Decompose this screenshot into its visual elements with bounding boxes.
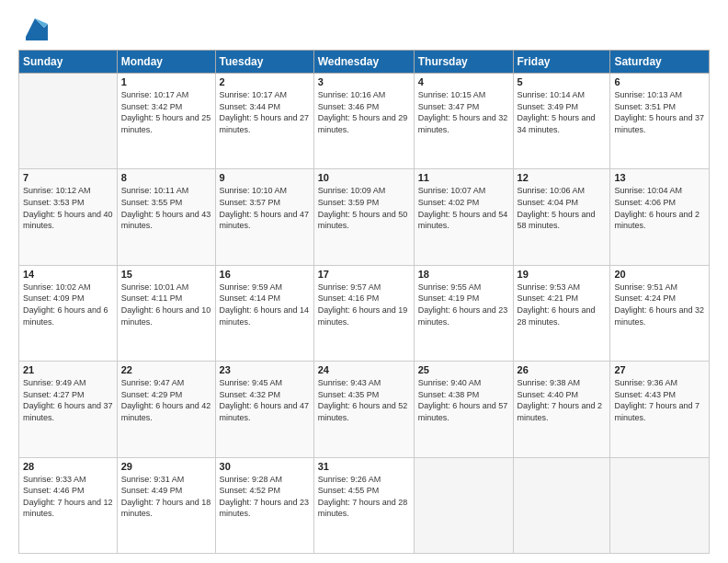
calendar-cell: 17Sunrise: 9:57 AMSunset: 4:16 PMDayligh… xyxy=(313,265,414,361)
cell-info: Sunrise: 9:28 AMSunset: 4:52 PMDaylight:… xyxy=(220,474,310,520)
calendar-cell: 28Sunrise: 9:33 AMSunset: 4:46 PMDayligh… xyxy=(19,457,118,553)
calendar-cell: 1Sunrise: 10:17 AMSunset: 3:42 PMDayligh… xyxy=(117,74,215,169)
calendar-page: SundayMondayTuesdayWednesdayThursdayFrid… xyxy=(0,0,728,563)
day-number: 22 xyxy=(121,364,211,375)
cell-info: Sunrise: 10:11 AMSunset: 3:55 PMDaylight… xyxy=(121,185,211,231)
day-number: 28 xyxy=(23,461,113,472)
cell-info: Sunrise: 10:02 AMSunset: 4:09 PMDaylight… xyxy=(23,282,113,327)
day-number: 3 xyxy=(318,76,410,87)
cell-info: Sunrise: 10:06 AMSunset: 4:04 PMDaylight… xyxy=(518,185,607,231)
day-number: 30 xyxy=(220,461,310,472)
cell-info: Sunrise: 10:16 AMSunset: 3:46 PMDaylight… xyxy=(318,89,410,135)
calendar-cell: 30Sunrise: 9:28 AMSunset: 4:52 PMDayligh… xyxy=(215,457,313,553)
calendar-cell: 20Sunrise: 9:51 AMSunset: 4:24 PMDayligh… xyxy=(610,265,710,361)
cell-info: Sunrise: 9:53 AMSunset: 4:21 PMDaylight:… xyxy=(518,282,607,327)
week-row-2: 14Sunrise: 10:02 AMSunset: 4:09 PMDaylig… xyxy=(19,265,710,361)
cell-info: Sunrise: 9:59 AMSunset: 4:14 PMDaylight:… xyxy=(220,282,310,327)
calendar-cell: 14Sunrise: 10:02 AMSunset: 4:09 PMDaylig… xyxy=(19,265,118,361)
header xyxy=(18,15,710,40)
calendar-cell: 21Sunrise: 9:49 AMSunset: 4:27 PMDayligh… xyxy=(19,362,118,457)
calendar-cell: 2Sunrise: 10:17 AMSunset: 3:44 PMDayligh… xyxy=(215,74,313,169)
logo-icon xyxy=(22,15,48,40)
cell-info: Sunrise: 9:36 AMSunset: 4:43 PMDaylight:… xyxy=(614,377,705,423)
cell-info: Sunrise: 9:38 AMSunset: 4:40 PMDaylight:… xyxy=(518,377,607,423)
cell-info: Sunrise: 9:49 AMSunset: 4:27 PMDaylight:… xyxy=(23,377,113,423)
calendar-cell: 22Sunrise: 9:47 AMSunset: 4:29 PMDayligh… xyxy=(117,362,215,457)
cell-info: Sunrise: 9:40 AMSunset: 4:38 PMDaylight:… xyxy=(418,377,509,423)
cell-info: Sunrise: 9:31 AMSunset: 4:49 PMDaylight:… xyxy=(121,474,211,520)
day-number: 27 xyxy=(614,364,705,375)
calendar-cell: 25Sunrise: 9:40 AMSunset: 4:38 PMDayligh… xyxy=(414,362,513,457)
calendar-cell: 26Sunrise: 9:38 AMSunset: 4:40 PMDayligh… xyxy=(513,362,610,457)
week-row-0: 1Sunrise: 10:17 AMSunset: 3:42 PMDayligh… xyxy=(19,74,710,169)
calendar-cell: 11Sunrise: 10:07 AMSunset: 4:02 PMDaylig… xyxy=(414,169,513,265)
day-number: 8 xyxy=(121,172,211,183)
calendar-cell: 19Sunrise: 9:53 AMSunset: 4:21 PMDayligh… xyxy=(513,265,610,361)
cell-info: Sunrise: 9:57 AMSunset: 4:16 PMDaylight:… xyxy=(318,282,410,327)
calendar-cell: 8Sunrise: 10:11 AMSunset: 3:55 PMDayligh… xyxy=(117,169,215,265)
day-header-friday: Friday xyxy=(513,51,610,74)
week-row-4: 28Sunrise: 9:33 AMSunset: 4:46 PMDayligh… xyxy=(19,457,710,553)
cell-info: Sunrise: 10:01 AMSunset: 4:11 PMDaylight… xyxy=(121,282,211,327)
svg-marker-0 xyxy=(26,18,48,40)
calendar-cell: 5Sunrise: 10:14 AMSunset: 3:49 PMDayligh… xyxy=(513,74,610,169)
day-header-saturday: Saturday xyxy=(610,51,710,74)
calendar-cell xyxy=(513,457,610,553)
day-number: 12 xyxy=(518,172,607,183)
logo xyxy=(18,15,48,40)
calendar-cell: 18Sunrise: 9:55 AMSunset: 4:19 PMDayligh… xyxy=(414,265,513,361)
cell-info: Sunrise: 9:45 AMSunset: 4:32 PMDaylight:… xyxy=(220,377,310,423)
day-number: 10 xyxy=(318,172,410,183)
calendar-cell: 13Sunrise: 10:04 AMSunset: 4:06 PMDaylig… xyxy=(610,169,710,265)
day-header-monday: Monday xyxy=(117,51,215,74)
cell-info: Sunrise: 9:43 AMSunset: 4:35 PMDaylight:… xyxy=(318,377,410,423)
cell-info: Sunrise: 10:04 AMSunset: 4:06 PMDaylight… xyxy=(614,185,705,231)
cell-info: Sunrise: 9:26 AMSunset: 4:55 PMDaylight:… xyxy=(318,474,410,520)
day-number: 24 xyxy=(318,364,410,375)
cell-info: Sunrise: 10:13 AMSunset: 3:51 PMDaylight… xyxy=(614,89,705,135)
calendar-cell xyxy=(414,457,513,553)
day-number: 23 xyxy=(220,364,310,375)
day-number: 2 xyxy=(220,76,310,87)
cell-info: Sunrise: 10:17 AMSunset: 3:42 PMDaylight… xyxy=(121,89,211,135)
calendar-header-row: SundayMondayTuesdayWednesdayThursdayFrid… xyxy=(19,51,710,74)
day-number: 11 xyxy=(418,172,509,183)
calendar-cell: 12Sunrise: 10:06 AMSunset: 4:04 PMDaylig… xyxy=(513,169,610,265)
calendar-cell: 23Sunrise: 9:45 AMSunset: 4:32 PMDayligh… xyxy=(215,362,313,457)
day-number: 25 xyxy=(418,364,509,375)
day-header-wednesday: Wednesday xyxy=(313,51,414,74)
week-row-1: 7Sunrise: 10:12 AMSunset: 3:53 PMDayligh… xyxy=(19,169,710,265)
calendar-cell: 4Sunrise: 10:15 AMSunset: 3:47 PMDayligh… xyxy=(414,74,513,169)
calendar-cell: 31Sunrise: 9:26 AMSunset: 4:55 PMDayligh… xyxy=(313,457,414,553)
day-number: 15 xyxy=(121,269,211,280)
week-row-3: 21Sunrise: 9:49 AMSunset: 4:27 PMDayligh… xyxy=(19,362,710,457)
day-header-sunday: Sunday xyxy=(19,51,118,74)
calendar-cell xyxy=(610,457,710,553)
calendar-cell: 6Sunrise: 10:13 AMSunset: 3:51 PMDayligh… xyxy=(610,74,710,169)
calendar-cell: 27Sunrise: 9:36 AMSunset: 4:43 PMDayligh… xyxy=(610,362,710,457)
calendar-cell: 10Sunrise: 10:09 AMSunset: 3:59 PMDaylig… xyxy=(313,169,414,265)
day-number: 21 xyxy=(23,364,113,375)
day-header-tuesday: Tuesday xyxy=(215,51,313,74)
calendar-cell: 29Sunrise: 9:31 AMSunset: 4:49 PMDayligh… xyxy=(117,457,215,553)
day-number: 19 xyxy=(518,269,607,280)
calendar-cell: 15Sunrise: 10:01 AMSunset: 4:11 PMDaylig… xyxy=(117,265,215,361)
calendar-cell: 3Sunrise: 10:16 AMSunset: 3:46 PMDayligh… xyxy=(313,74,414,169)
day-number: 4 xyxy=(418,76,509,87)
calendar-cell: 24Sunrise: 9:43 AMSunset: 4:35 PMDayligh… xyxy=(313,362,414,457)
cell-info: Sunrise: 9:55 AMSunset: 4:19 PMDaylight:… xyxy=(418,282,509,327)
cell-info: Sunrise: 10:09 AMSunset: 3:59 PMDaylight… xyxy=(318,185,410,231)
day-number: 20 xyxy=(614,269,705,280)
day-number: 5 xyxy=(518,76,607,87)
calendar-table: SundayMondayTuesdayWednesdayThursdayFrid… xyxy=(18,50,710,554)
cell-info: Sunrise: 9:33 AMSunset: 4:46 PMDaylight:… xyxy=(23,474,113,520)
calendar-cell xyxy=(19,74,118,169)
cell-info: Sunrise: 10:10 AMSunset: 3:57 PMDaylight… xyxy=(220,185,310,231)
cell-info: Sunrise: 10:07 AMSunset: 4:02 PMDaylight… xyxy=(418,185,509,231)
cell-info: Sunrise: 10:14 AMSunset: 3:49 PMDaylight… xyxy=(518,89,607,135)
cell-info: Sunrise: 10:12 AMSunset: 3:53 PMDaylight… xyxy=(23,185,113,231)
day-number: 1 xyxy=(121,76,211,87)
day-number: 31 xyxy=(318,461,410,472)
day-number: 9 xyxy=(220,172,310,183)
cell-info: Sunrise: 9:51 AMSunset: 4:24 PMDaylight:… xyxy=(614,282,705,327)
